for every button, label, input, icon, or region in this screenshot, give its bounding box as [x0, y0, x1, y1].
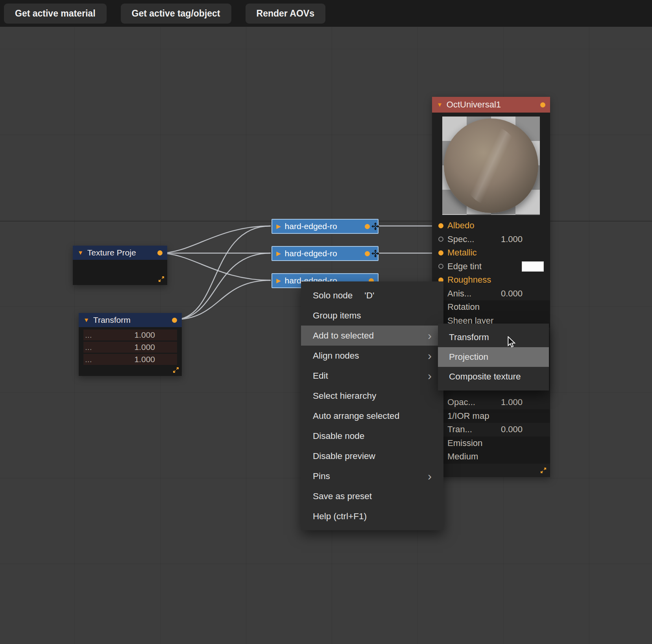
collapse-arrow-icon[interactable] — [83, 316, 89, 324]
menu-item-label: Select hierarchy — [313, 391, 376, 401]
output-port[interactable] — [540, 102, 545, 107]
param-row-medium[interactable]: Medium — [432, 450, 550, 464]
get-active-tag-object-button[interactable]: Get active tag/object — [121, 4, 231, 24]
param-label: Spec... — [447, 234, 474, 244]
output-port[interactable] — [157, 250, 163, 255]
menu-item-label: Help (ctrl+F1) — [313, 511, 367, 522]
param-row-emission[interactable]: Emission — [432, 437, 550, 450]
param-value[interactable]: 1.000 — [134, 342, 155, 352]
param-label: Roughness — [447, 275, 491, 285]
menu-item-pins[interactable]: Pins — [301, 466, 443, 486]
param-row-transmission[interactable]: Tran... 0.000 — [432, 423, 550, 437]
get-active-material-button[interactable]: Get active material — [4, 4, 107, 24]
texture-projection-node[interactable]: Texture Proje — [73, 246, 167, 285]
menu-item-select-hierarchy[interactable]: Select hierarchy — [301, 386, 443, 406]
param-list-upper: Albedo Spec... 1.000 Metallic Edge tint … — [432, 219, 550, 328]
menu-item-disable-node[interactable]: Disable node — [301, 426, 443, 446]
param-row-albedo[interactable]: Albedo — [432, 219, 550, 233]
menu-item-label: Add to selected — [313, 331, 374, 341]
menu-item-group-items[interactable]: Group items — [301, 305, 443, 326]
param-label: Rotation — [447, 302, 480, 312]
transform-row[interactable]: ... 1.000 — [83, 342, 177, 353]
menu-item-help[interactable]: Help (ctrl+F1) — [301, 506, 443, 526]
submenu-item-projection[interactable]: Projection — [438, 347, 549, 367]
submenu-arrow-icon — [428, 470, 432, 482]
expand-arrow-icon[interactable] — [276, 250, 281, 257]
expand-icon[interactable] — [158, 276, 165, 283]
param-value[interactable]: 1.000 — [501, 397, 523, 407]
octane-node-editor: Get active material Get active tag/objec… — [0, 0, 652, 644]
param-row-anisotropy[interactable]: Anis... 0.000 — [432, 287, 550, 301]
expand-arrow-icon[interactable] — [276, 223, 281, 230]
node-title: Transform — [93, 315, 131, 325]
menu-item-edit[interactable]: Edit — [301, 366, 443, 386]
menu-item-auto-arrange-selected[interactable]: Auto arrange selected — [301, 406, 443, 426]
menu-item-label: Composite texture — [449, 372, 521, 382]
menu-item-label: Edit — [313, 371, 328, 381]
add-to-selected-submenu: Transform Projection Composite texture — [438, 324, 549, 390]
param-value[interactable]: 1.000 — [134, 330, 155, 340]
param-label: Medium — [447, 452, 478, 462]
param-label: 1/IOR map — [447, 411, 489, 421]
edge-tint-swatch[interactable] — [522, 261, 544, 272]
output-port[interactable] — [365, 251, 370, 256]
input-port[interactable] — [438, 223, 443, 228]
collapse-arrow-icon[interactable] — [437, 101, 443, 108]
collapse-arrow-icon[interactable] — [78, 249, 83, 256]
param-row-opacity[interactable]: Opac... 1.000 — [432, 396, 550, 409]
node-title: hard-edged-ro — [285, 222, 337, 231]
submenu-item-transform[interactable]: Transform — [438, 328, 549, 347]
menu-item-label: Group items — [313, 311, 361, 321]
node-header[interactable]: Texture Proje — [73, 246, 167, 260]
param-row-metallic[interactable]: Metallic — [432, 246, 550, 260]
menu-item-label: Save as preset — [313, 491, 372, 502]
menu-item-label: Disable preview — [313, 451, 375, 461]
render-aovs-button[interactable]: Render AOVs — [246, 4, 325, 24]
input-port[interactable] — [438, 237, 443, 242]
output-port[interactable] — [172, 318, 177, 323]
preview-sphere — [444, 118, 538, 213]
param-row-ior-map[interactable]: 1/IOR map — [432, 409, 550, 423]
menu-item-label: Align nodes — [313, 351, 359, 361]
menu-item-disable-preview[interactable]: Disable preview — [301, 446, 443, 466]
node-header[interactable]: OctUniversal1 — [432, 97, 550, 113]
texture-node-1[interactable]: hard-edged-ro — [272, 219, 379, 234]
input-port[interactable] — [438, 264, 443, 269]
output-port[interactable] — [365, 224, 370, 229]
move-icon[interactable] — [371, 250, 379, 257]
menu-item-label: Pins — [313, 471, 330, 481]
expand-arrow-icon[interactable] — [276, 277, 281, 284]
expand-icon[interactable] — [172, 366, 179, 374]
param-label: ... — [85, 330, 92, 340]
transform-row[interactable]: ... 1.000 — [83, 329, 177, 341]
context-menu: Solo node 'D' Group items Add to selecte… — [301, 281, 443, 530]
param-value[interactable]: 1.000 — [501, 234, 523, 244]
param-value[interactable]: 0.000 — [501, 289, 523, 299]
node-header[interactable]: Transform — [79, 313, 182, 327]
menu-item-align-nodes[interactable]: Align nodes — [301, 346, 443, 366]
texture-node-2[interactable]: hard-edged-ro — [272, 246, 379, 261]
move-icon[interactable] — [371, 222, 379, 230]
submenu-arrow-icon — [428, 350, 432, 362]
transform-values: ... 1.000 ... 1.000 ... 1.000 — [79, 329, 182, 365]
submenu-item-composite-texture[interactable]: Composite texture — [438, 367, 549, 387]
universal-material-node[interactable]: OctUniversal1 Albedo Spec... 1.000 Metal… — [432, 97, 550, 477]
param-value[interactable]: 1.000 — [134, 355, 155, 364]
transform-row[interactable]: ... 1.000 — [83, 354, 177, 365]
param-row-roughness[interactable]: Roughness — [432, 273, 550, 287]
param-value[interactable]: 0.000 — [501, 424, 523, 435]
wire — [159, 226, 271, 253]
param-row-rotation[interactable]: Rotation — [432, 300, 550, 314]
input-port[interactable] — [438, 250, 443, 255]
wire — [174, 253, 271, 320]
menu-item-add-to-selected[interactable]: Add to selected — [301, 326, 443, 346]
param-list-lower: Opac... 1.000 1/IOR map Tran... 0.000 Em… — [432, 396, 550, 464]
param-row-edge-tint[interactable]: Edge tint — [432, 260, 550, 274]
top-toolbar: Get active material Get active tag/objec… — [0, 0, 652, 27]
expand-icon[interactable] — [540, 467, 547, 474]
menu-item-solo-node[interactable]: Solo node 'D' — [301, 285, 443, 305]
menu-item-save-as-preset[interactable]: Save as preset — [301, 486, 443, 506]
submenu-arrow-icon — [428, 330, 432, 342]
param-row-specular[interactable]: Spec... 1.000 — [432, 233, 550, 246]
transform-node[interactable]: Transform ... 1.000 ... 1.000 ... 1.000 — [79, 313, 182, 376]
